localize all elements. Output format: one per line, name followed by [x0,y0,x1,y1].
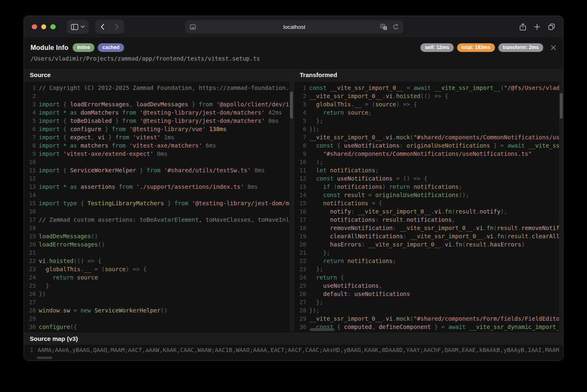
transformed-horizontal-scrollbar[interactable] [310,328,335,331]
line-number: 1 [24,84,36,92]
code-line: 13 if (notifications) return notificatio… [294,183,563,191]
line-number: 20 [24,240,36,249]
line-number: 24 [24,273,36,282]
line-number: 12 [24,174,36,183]
scrollbar-thumb[interactable] [560,93,563,119]
transformed-panel: Transformed 1const __vite_ssr_import_0__… [294,68,563,332]
code-line: 8import * as matchers from 'vitest-axe/m… [24,141,294,150]
code-line: 11import { ServiceWorkerHelper } from '#… [24,166,294,174]
line-number: 11 [294,166,306,174]
line-number: 30 [24,323,36,331]
close-button[interactable] [549,43,558,52]
module-path: /Users/vladimir/Projects/zammad/app/fron… [31,55,556,62]
line-number: 5 [294,117,306,125]
code-line: 24 return { [294,273,563,282]
badge-inline: inline [73,43,94,52]
back-button[interactable] [95,24,110,30]
code-line: 18 [24,224,294,232]
share-icon[interactable] [519,23,526,31]
line-number: 4 [24,108,36,117]
line-number: 18 [294,224,306,232]
minimize-window-button[interactable] [41,24,47,30]
code-line: 10 [24,158,294,166]
source-code[interactable]: 1// Copyright (C) 2012-2025 Zammad Found… [24,82,294,332]
line-number: 8 [294,141,306,150]
transformed-code[interactable]: 1const __vite_ssr_import_0__ = await __v… [294,82,563,332]
url-text: localhost [185,24,403,30]
line-number: 10 [294,158,306,166]
badge-transform: transform: 2ms [498,43,543,52]
transformed-panel-title: Transformed [294,68,563,82]
code-line: 28}); [294,306,563,315]
code-line: 1const __vite_ssr_import_0__ = await __v… [294,84,563,92]
line-number: 29 [294,315,306,323]
code-line: 15import type { TestingLibraryMatchers }… [24,199,294,207]
timing-badges: self: 12mstotal: 193mstransform: 2ms [420,43,543,52]
line-number: 25 [24,282,36,290]
close-window-button[interactable] [32,24,37,30]
code-line: 7__vite_ssr_import_0__.vi.mock("#shared/… [294,133,563,141]
code-line: 6}); [294,125,563,133]
code-line: 7import { expect, vi } from 'vitest' 1ms [24,133,294,141]
line-number: 25 [294,282,306,290]
line-number: 11 [24,166,36,174]
safari-window: localhost A x [24,16,563,361]
zoom-window-button[interactable] [50,24,56,30]
code-line: 3 globalThis.__ = (source) => { [294,100,563,108]
traffic-lights [32,24,56,30]
browser-toolbar: localhost A x [24,16,563,38]
code-line: 9 "#shared/components/CommonNotification… [294,150,563,158]
code-line: 22 return notifications; [294,257,563,265]
code-line: 23 }; [294,265,563,273]
page-title: Module Info [31,44,68,52]
code-line: 3import { loadErrorMessages, loadDevMess… [24,100,294,108]
line-number: 1 [294,84,306,92]
line-number: 6 [294,125,306,133]
code-line: 12 [24,174,294,183]
code-line: 5 }; [294,117,563,125]
transformed-vertical-scrollbar[interactable] [559,82,563,332]
line-number: 29 [24,315,36,323]
line-number: 22 [24,257,36,265]
code-line: 2 [24,92,294,100]
sourcemap-section: Source map (v3) 1 AAMA;AAeA,yBAAG,QAAQ,M… [24,332,563,360]
close-icon [551,45,556,50]
sourcemap-mappings: AAMA;AAeA,yBAAG,QAAQ,MAAM;AACf,aAAW,KAAK… [33,345,559,355]
line-number: 27 [24,298,36,306]
module-info-header: Module Info inlinecached self: 12mstotal… [24,38,563,68]
line-number: 18 [24,224,36,232]
badge-cached: cached [98,43,124,52]
line-number: 13 [24,183,36,191]
tab-overview-icon[interactable] [548,23,555,31]
line-number: 17 [24,216,36,224]
scrollbar-thumb[interactable] [290,92,293,119]
code-line: 17 notifications: result.notifications, [294,216,563,224]
code-line: 21 [24,249,294,257]
sourcemap-horizontal-scrollbar[interactable] [37,357,52,359]
sidebar-toggle-button[interactable] [67,20,89,34]
line-number: 4 [294,108,306,117]
line-number: 16 [24,207,36,216]
code-line: 5import { toBeDisabled } from '@testing-… [24,117,294,125]
toolbar-right-buttons [519,16,555,38]
new-tab-icon[interactable] [534,23,540,30]
divider [110,23,110,31]
line-number: 24 [294,273,306,282]
line-number: 12 [294,174,306,183]
address-bar[interactable]: localhost A x [185,20,403,33]
code-line: 29 [24,315,294,323]
source-vertical-scrollbar[interactable] [290,82,294,332]
line-number: 9 [24,150,36,158]
line-number: 28 [294,306,306,315]
code-line: 12 const useNotifications = () => { [294,174,563,183]
code-line: 4import * as domMatchers from '@testing-… [24,108,294,117]
line-number: 26 [294,290,306,298]
line-number: 26 [24,290,36,298]
code-line: 4 return source; [294,108,563,117]
inspect-page: Module Info inlinecached self: 12mstotal… [24,38,563,360]
line-number: 3 [24,100,36,108]
forward-button[interactable] [110,24,124,30]
code-line: 10 ); [294,158,563,166]
code-line: 27 }; [294,298,563,306]
line-number: 17 [294,216,306,224]
